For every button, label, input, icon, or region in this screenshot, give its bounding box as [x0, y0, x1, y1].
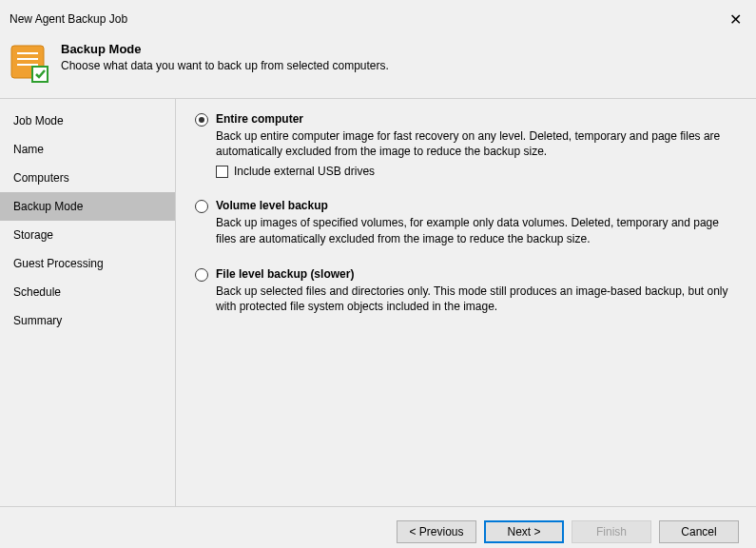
- sidebar-item-label: Schedule: [13, 285, 61, 299]
- previous-button[interactable]: < Previous: [397, 520, 476, 543]
- sidebar-item-label: Guest Processing: [13, 257, 104, 270]
- option-body: Entire computer Back up entire computer …: [216, 112, 737, 178]
- button-label: Next >: [507, 525, 540, 538]
- option-title: File level backup (slower): [216, 267, 737, 281]
- option-title: Volume level backup: [216, 199, 737, 212]
- option-desc: Back up selected files and directories o…: [216, 284, 737, 314]
- sidebar-item-job-mode[interactable]: Job Mode: [0, 107, 175, 135]
- radio-file-level[interactable]: [195, 268, 208, 282]
- page-title: Backup Mode: [61, 42, 389, 56]
- option-body: Volume level backup Back up images of sp…: [216, 199, 737, 245]
- sidebar-item-label: Storage: [13, 228, 53, 242]
- option-file-level[interactable]: File level backup (slower) Back up selec…: [195, 267, 737, 314]
- sidebar-item-label: Name: [13, 143, 44, 156]
- sidebar-item-schedule[interactable]: Schedule: [0, 278, 175, 306]
- radio-entire-computer[interactable]: [195, 113, 208, 127]
- sidebar-item-label: Computers: [13, 171, 69, 185]
- cancel-button[interactable]: Cancel: [659, 520, 739, 543]
- backup-mode-icon: [10, 42, 51, 87]
- button-label: < Previous: [409, 525, 463, 538]
- page-subtitle: Choose what data you want to back up fro…: [61, 59, 389, 72]
- sidebar-item-backup-mode[interactable]: Backup Mode: [0, 192, 175, 221]
- window-title: New Agent Backup Job: [10, 12, 127, 26]
- body: Job Mode Name Computers Backup Mode Stor…: [0, 99, 756, 506]
- button-label: Finish: [596, 525, 627, 538]
- sidebar-item-storage[interactable]: Storage: [0, 221, 175, 249]
- option-body: File level backup (slower) Back up selec…: [216, 267, 737, 314]
- header-text: Backup Mode Choose what data you want to…: [61, 42, 389, 72]
- sidebar-item-name[interactable]: Name: [0, 135, 175, 164]
- include-usb-row[interactable]: Include external USB drives: [216, 165, 737, 178]
- option-entire-computer[interactable]: Entire computer Back up entire computer …: [195, 112, 737, 178]
- option-desc: Back up entire computer image for fast r…: [216, 128, 737, 159]
- radio-volume-level[interactable]: [195, 200, 208, 213]
- option-volume-level[interactable]: Volume level backup Back up images of sp…: [195, 199, 737, 245]
- close-icon[interactable]: ✕: [724, 8, 746, 30]
- content: Entire computer Back up entire computer …: [176, 99, 756, 506]
- button-label: Cancel: [681, 525, 716, 538]
- sidebar-item-summary[interactable]: Summary: [0, 306, 175, 335]
- finish-button: Finish: [572, 520, 651, 543]
- checkbox-include-usb[interactable]: [216, 166, 228, 178]
- checkbox-label: Include external USB drives: [234, 165, 375, 178]
- sidebar-item-label: Job Mode: [13, 114, 64, 127]
- next-button[interactable]: Next >: [484, 520, 564, 543]
- header: Backup Mode Choose what data you want to…: [0, 34, 756, 99]
- sidebar-item-guest-processing[interactable]: Guest Processing: [0, 249, 175, 278]
- sidebar-item-computers[interactable]: Computers: [0, 164, 175, 192]
- sidebar: Job Mode Name Computers Backup Mode Stor…: [0, 99, 176, 506]
- footer: < Previous Next > Finish Cancel: [0, 506, 756, 548]
- titlebar: New Agent Backup Job ✕: [0, 0, 756, 34]
- sidebar-item-label: Backup Mode: [13, 200, 83, 213]
- sidebar-item-label: Summary: [13, 314, 62, 327]
- option-title: Entire computer: [216, 112, 737, 126]
- option-desc: Back up images of specified volumes, for…: [216, 215, 737, 245]
